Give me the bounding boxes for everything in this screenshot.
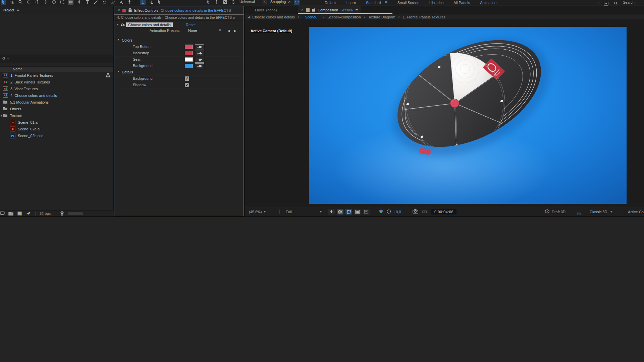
fast-previews-icon[interactable] — [328, 209, 335, 215]
zoom-tool-icon[interactable] — [17, 0, 23, 5]
twirl-down-icon[interactable]: ▼ — [117, 70, 120, 73]
show-snapshot-icon[interactable] — [422, 209, 427, 214]
close-icon[interactable]: × — [301, 8, 304, 12]
breadcrumb-item[interactable]: Scene6-composition — [327, 15, 361, 19]
workspace-all-panels[interactable]: All Panels — [453, 0, 470, 5]
roto-brush-tool-icon[interactable] — [118, 0, 124, 5]
panel-menu-icon[interactable]: ≡ — [355, 8, 358, 13]
details-group-row[interactable]: ▼ Details — [114, 69, 244, 76]
transparency-grid-icon[interactable] — [337, 209, 343, 215]
snap-options-icon[interactable] — [294, 0, 300, 5]
twirl-down-icon[interactable]: ▼ — [0, 114, 3, 117]
project-item-composition[interactable]: 2. Back Panels Textures — [0, 79, 113, 85]
project-item-psd-file[interactable]: Ps Scene_02b.psd — [0, 132, 113, 139]
scale-gizmo-icon[interactable] — [222, 0, 228, 5]
breadcrumb-item[interactable]: Texture Diagram — [368, 15, 395, 19]
renderer-dropdown[interactable]: Classic 3D — [590, 207, 613, 216]
local-axis-mode-icon[interactable] — [140, 0, 146, 5]
reset-exposure-icon[interactable] — [386, 209, 391, 215]
project-search-box[interactable] — [0, 55, 113, 63]
clone-stamp-tool-icon[interactable] — [101, 0, 107, 5]
reset-button[interactable]: Reset — [186, 23, 196, 27]
eyedropper-icon[interactable] — [195, 44, 204, 50]
eraser-tool-icon[interactable] — [110, 0, 115, 5]
take-snapshot-camera-icon[interactable] — [413, 209, 418, 214]
color-swatch[interactable] — [185, 45, 193, 49]
view-layout-dropdown[interactable]: Active Cam — [628, 207, 644, 216]
puppet-pin-tool-icon[interactable] — [126, 0, 132, 5]
presets-value[interactable]: None — [188, 28, 197, 33]
pen-tool-icon[interactable] — [76, 0, 82, 5]
region-of-interest-icon[interactable] — [354, 209, 361, 215]
magnification-dropdown[interactable]: (45,6%) — [249, 207, 266, 216]
composition-viewer[interactable]: Active Camera (Default) — [245, 19, 644, 207]
workspace-small-screen[interactable]: Small Screen — [397, 0, 419, 5]
workspace-standard[interactable]: Standard — [366, 0, 381, 5]
project-item-folder-expanded[interactable]: ▼ Texture — [0, 112, 113, 119]
project-item-folder[interactable]: 5.1 Modular Animations — [0, 99, 113, 106]
proxy-icon[interactable] — [25, 210, 31, 217]
search-label[interactable]: Search — [623, 0, 635, 5]
universal-gizmo-label[interactable]: Universal — [239, 0, 255, 5]
workspace-menu-icon[interactable]: ≡ — [385, 0, 387, 5]
eyedropper-icon[interactable] — [195, 51, 204, 56]
rotate-gizmo-icon[interactable] — [230, 0, 236, 5]
view-axis-mode-icon[interactable] — [157, 0, 162, 5]
lock-icon[interactable] — [128, 8, 132, 13]
selection-tool-icon[interactable] — [1, 0, 6, 5]
twirl-down-icon[interactable]: ▼ — [117, 38, 120, 41]
name-column-header[interactable]: Name — [0, 66, 113, 72]
breadcrumb-item-active[interactable]: Scene6 — [302, 15, 320, 19]
bit-depth-button[interactable]: 32 bpc — [40, 212, 51, 216]
workspace-animation[interactable]: Animation — [480, 0, 496, 5]
brush-tool-icon[interactable] — [93, 0, 99, 5]
shadow-checkbox[interactable] — [185, 83, 189, 87]
flowchart-icon[interactable] — [106, 73, 110, 78]
effect-name[interactable]: Choose colors and details — [126, 22, 173, 27]
snapping-checkbox[interactable]: ✓ — [263, 0, 267, 4]
close-icon[interactable]: × — [118, 8, 120, 13]
type-tool-icon[interactable] — [85, 0, 90, 5]
mask-visibility-icon[interactable] — [345, 209, 352, 215]
workspace-default[interactable]: Default — [325, 0, 336, 5]
snapping-label[interactable]: Snapping — [270, 0, 286, 5]
new-folder-icon[interactable] — [8, 210, 14, 217]
exposure-value[interactable]: +0,0 — [394, 210, 401, 214]
selection-gizmo-icon[interactable] — [205, 0, 211, 5]
background-checkbox[interactable] — [185, 76, 189, 81]
orbit-camera-tool-icon[interactable] — [26, 0, 32, 5]
footer-scrollbar-thumb[interactable] — [68, 212, 83, 215]
project-item-ai-file[interactable]: Ai Scene_01.ai — [0, 119, 113, 126]
color-swatch[interactable] — [185, 51, 193, 55]
project-item-composition[interactable]: 3. Visor Textures — [0, 85, 113, 92]
shape-tool-icon[interactable] — [68, 0, 73, 5]
draft-3d-toggle[interactable]: Draft 3D — [545, 207, 566, 216]
region-of-interest-tool-icon[interactable] — [51, 0, 57, 5]
panel-menu-icon[interactable]: ≡ — [17, 6, 19, 14]
workspace-learn[interactable]: Learn — [346, 0, 356, 5]
workspace-libraries[interactable]: Libraries — [429, 0, 443, 5]
project-item-composition[interactable]: 4. Choose colors and details — [0, 92, 113, 99]
layer-tab[interactable]: Layer (none) — [255, 6, 277, 14]
guides-options-icon[interactable] — [363, 209, 370, 215]
3d-ground-plane-icon[interactable] — [576, 209, 582, 218]
project-item-ai-file[interactable]: Ai Scene_02a.ai — [0, 126, 113, 132]
timecode-display[interactable]: 0:00:04:06 — [431, 207, 457, 216]
world-axis-mode-icon[interactable] — [148, 0, 154, 5]
composition-tab[interactable]: × Composition Scene6 ≡ — [298, 6, 361, 14]
next-preset-arrow[interactable]: ▶ — [234, 29, 236, 33]
composition-image[interactable] — [309, 27, 627, 204]
search-options-caret-icon[interactable] — [7, 58, 9, 60]
workspace-overflow-button[interactable]: » — [597, 0, 599, 5]
colors-group-row[interactable]: ▼ Colors — [114, 38, 244, 44]
color-swatch[interactable] — [185, 57, 193, 62]
twirl-down-icon[interactable]: ▼ — [116, 23, 119, 26]
project-item-composition[interactable]: 1. Frontal Panels Textures — [0, 72, 113, 79]
dolly-camera-tool-icon[interactable] — [43, 0, 48, 5]
project-settings-icon[interactable] — [17, 210, 22, 217]
move-gizmo-icon[interactable] — [214, 0, 219, 5]
pan-camera-tool-icon[interactable] — [34, 0, 40, 5]
interpret-footage-icon[interactable] — [0, 210, 5, 217]
color-swatch[interactable] — [185, 64, 193, 68]
resolution-dropdown[interactable]: Full — [286, 207, 323, 216]
